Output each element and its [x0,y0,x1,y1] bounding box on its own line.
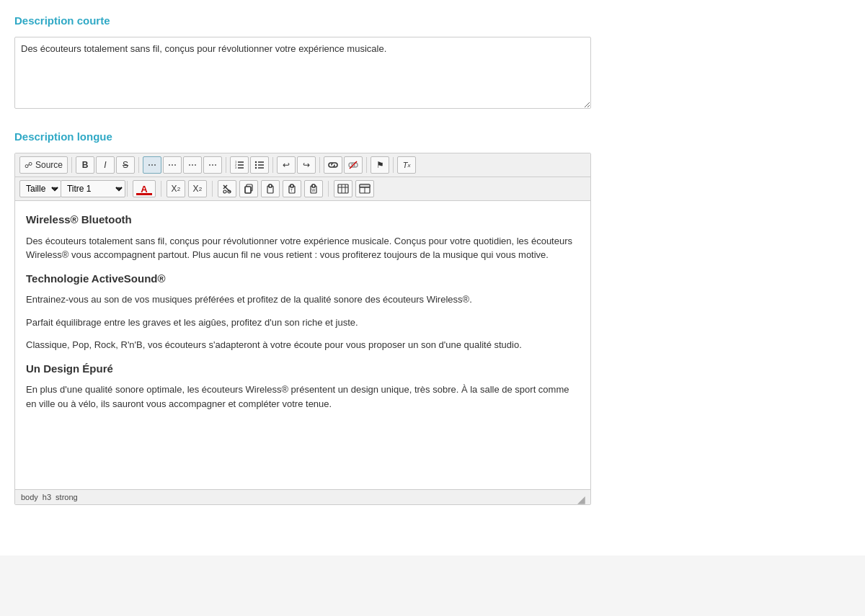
cut-icon [222,184,232,194]
align-center-icon: ⋯ [168,160,177,170]
font-size-select[interactable]: Taille [19,180,61,197]
svg-rect-18 [245,187,251,193]
link-button[interactable] [324,156,342,174]
source-button[interactable]: ☍ Source [19,156,68,174]
source-icon: ☍ [25,161,32,170]
heading-select[interactable]: Titre 1 Titre 2 Titre 3 Normal [61,180,125,197]
separator-10 [212,181,213,197]
content-paragraph-2: Entrainez-vous au son de vos musiques pr… [26,293,580,307]
toolbar-row-2: Taille ▼ Titre 1 Titre 2 Titre 3 Normal … [15,177,590,201]
content-heading-3: Un Design Épuré [26,361,580,378]
short-description-textarea[interactable]: Des écouteurs totalement sans fil, conçu… [14,37,591,109]
short-description-section: Description courte Des écouteurs totalem… [14,14,851,109]
separator-1 [71,157,72,173]
subscript-button[interactable]: X2 [167,180,185,197]
source-label: Source [35,160,63,170]
svg-text:3: 3 [235,166,237,169]
table-icon [337,184,349,194]
status-tag-strong: strong [56,493,78,501]
separator-5 [319,157,320,173]
svg-rect-31 [338,184,348,193]
status-bar: body h3 strong ◢ [15,489,590,504]
unlink-button[interactable] [344,156,363,174]
editor-content-area[interactable]: Wireless® Bluetooth Des écouteurs totale… [15,201,590,489]
status-tag-body: body [21,493,38,501]
rich-text-editor: ☍ Source B I S ⋯ ⋯ ⋯ [14,153,591,505]
align-center-button[interactable]: ⋯ [163,156,182,174]
link-icon [328,160,338,170]
short-description-title: Description courte [14,14,851,30]
separator-11 [328,181,329,197]
font-color-bar [136,193,152,195]
svg-point-15 [223,190,226,193]
align-right-icon: ⋯ [188,160,197,170]
superscript-icon: 2 [199,186,202,192]
strikethrough-button[interactable]: S [116,156,135,174]
svg-point-10 [255,164,257,166]
clear-format-button[interactable]: Tx [397,156,416,174]
align-left-button[interactable]: ⋯ [143,156,161,174]
svg-line-13 [223,185,231,192]
content-paragraph-4: Classique, Pop, Rock, R'n'B, vos écouteu… [26,338,580,352]
svg-text:T: T [290,188,293,192]
redo-button[interactable]: ↪ [297,156,316,174]
copy-button[interactable] [239,180,258,197]
paste-text-icon: T [287,184,297,194]
font-color-button[interactable]: A [133,180,156,197]
align-right-button[interactable]: ⋯ [183,156,202,174]
flag-button[interactable]: ⚑ [371,156,389,174]
resize-handle[interactable]: ◢ [577,494,585,501]
subscript-icon: 2 [177,186,180,192]
status-tags: body h3 strong [21,493,78,501]
svg-text:W: W [311,188,315,192]
unordered-list-icon [254,160,265,170]
separator-9 [161,181,161,197]
separator-8 [127,181,128,197]
status-tag-h3: h3 [43,493,51,501]
separator-2 [138,157,139,173]
superscript-button[interactable]: X2 [188,180,207,197]
svg-point-11 [255,167,257,169]
long-description-section: Description longue ☍ Source B I S [14,130,851,505]
italic-button[interactable]: I [96,156,115,174]
undo-button[interactable]: ↩ [277,156,296,174]
content-heading-2: Technologie ActiveSound® [26,271,580,287]
svg-rect-36 [360,184,370,187]
ordered-list-button[interactable]: 1 2 3 [230,156,249,174]
paste-word-icon: W [309,184,319,194]
svg-point-9 [255,161,257,163]
table-properties-icon [359,184,371,194]
content-paragraph-3: Parfait équilibrage entre les graves et … [26,316,580,330]
content-paragraph-1: Des écouteurs totalement sans fil, conçu… [26,234,580,262]
separator-3 [226,157,226,173]
content-heading-1: Wireless® Bluetooth [26,212,580,228]
align-left-icon: ⋯ [148,160,156,170]
separator-7 [393,157,394,173]
separator-4 [272,157,273,173]
paste-icon [265,184,275,194]
align-justify-icon: ⋯ [208,160,217,170]
long-description-title: Description longue [14,130,851,146]
paste-text-button[interactable]: T [283,180,301,197]
insert-table-button[interactable] [334,180,352,197]
paste-word-button[interactable]: W [304,180,323,197]
page-wrapper: Description courte Des écouteurs totalem… [0,0,865,555]
align-justify-button[interactable]: ⋯ [203,156,222,174]
separator-6 [366,157,367,173]
toolbar-row-1: ☍ Source B I S ⋯ ⋯ ⋯ [15,153,590,177]
paste-button[interactable] [261,180,280,197]
bold-button[interactable]: B [76,156,94,174]
copy-icon [244,184,254,194]
table-properties-button[interactable] [355,180,374,197]
ordered-list-icon: 1 2 3 [234,160,244,170]
content-paragraph-5: En plus d'une qualité sonore optimale, l… [26,383,580,411]
unlink-icon [348,160,358,170]
unordered-list-button[interactable] [250,156,269,174]
font-color-label: A [141,184,147,194]
cut-button[interactable] [218,180,236,197]
